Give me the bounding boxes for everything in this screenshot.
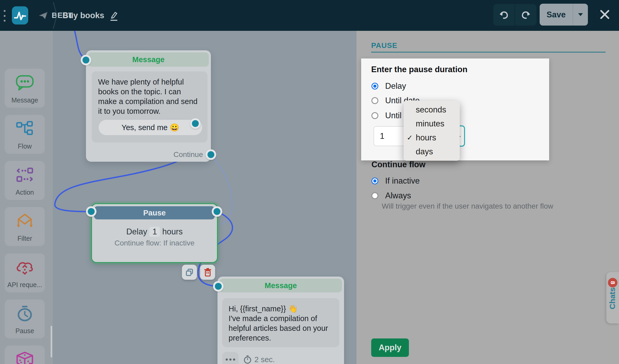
stopwatch-icon xyxy=(243,355,252,364)
chat-bubble-icon xyxy=(15,75,34,91)
pause-settings-panel: PAUSE Enter the pause duration Delay Unt… xyxy=(356,31,619,364)
radio-if-inactive[interactable] xyxy=(371,178,378,184)
sidebar-item-message[interactable]: Message xyxy=(5,69,45,108)
sidebar-item-label: API reque... xyxy=(7,281,42,289)
close-editor-button[interactable] xyxy=(598,8,611,21)
connector-in-message-top[interactable] xyxy=(81,55,91,65)
sidebar-scrollbar[interactable] xyxy=(51,326,52,357)
chats-tab[interactable]: 8 Chats xyxy=(606,272,619,323)
continue-output-label: Continue xyxy=(173,150,203,159)
sidebar-item-flow[interactable]: Flow xyxy=(5,115,45,154)
pulse-logo-icon xyxy=(14,10,26,21)
trash-icon xyxy=(204,268,212,277)
save-button[interactable]: Save xyxy=(540,4,573,26)
always-helper-text: Will trigger even if the user navigates … xyxy=(382,202,572,210)
apply-button[interactable]: Apply xyxy=(371,338,409,357)
node-message-bottom[interactable]: Message Hi, {{first_name}} 👋 I've made a… xyxy=(217,277,344,364)
dropdown-option-label: hours xyxy=(416,133,436,142)
radio-until-date[interactable] xyxy=(371,97,378,104)
message-line2: I've made a compilation of helpful artic… xyxy=(229,314,333,343)
copy-icon xyxy=(185,268,194,277)
radio-row-until-time[interactable]: Until t xyxy=(371,111,406,120)
top-bar: BEST Buy books xyxy=(0,0,619,31)
sidebar-item-label: Pause xyxy=(16,327,34,335)
api-cloud-icon xyxy=(15,259,35,276)
typing-indicator xyxy=(222,352,239,364)
node-message-bottom-header: Message xyxy=(220,279,342,292)
sidebar-item-label: Action xyxy=(16,189,34,196)
duplicate-node-button[interactable] xyxy=(182,265,197,280)
node-pause[interactable]: Pause Delay1hours Continue flow: If inac… xyxy=(91,203,218,263)
pause-subtitle: Continue flow: If inactive xyxy=(92,239,217,247)
dropdown-option-minutes[interactable]: minutes xyxy=(404,117,460,131)
delete-node-button[interactable] xyxy=(200,265,215,280)
radio-row-if-inactive[interactable]: If inactive xyxy=(371,176,420,186)
sidebar-item-random[interactable]: Random xyxy=(5,346,45,364)
chats-unread-badge: 8 xyxy=(608,278,617,287)
dropdown-option-hours[interactable]: ✓ hours xyxy=(404,131,460,145)
radio-row-always[interactable]: Always xyxy=(371,191,411,200)
breadcrumb-chevron-icon xyxy=(52,2,58,29)
flow-title-group: Buy books xyxy=(62,0,118,31)
radio-label[interactable]: If inactive xyxy=(385,176,420,186)
chats-tab-label: Chats xyxy=(608,287,617,309)
message-delay-badge: 2 sec. xyxy=(243,355,275,364)
panel-divider xyxy=(371,52,606,53)
blocks-sidebar: Message Flow Action xyxy=(0,31,53,364)
undo-icon xyxy=(499,10,509,19)
sidebar-item-label: Flow xyxy=(18,142,32,150)
panel-title: PAUSE xyxy=(371,41,397,50)
flow-title: Buy books xyxy=(62,11,104,20)
sidebar-item-api-request[interactable]: API reque... xyxy=(5,253,45,292)
connector-out-continue[interactable] xyxy=(206,149,216,160)
undo-button[interactable] xyxy=(493,4,515,26)
history-group xyxy=(493,4,536,26)
node-message-top[interactable]: Message We have plenty of helpful books … xyxy=(86,50,211,162)
redo-icon xyxy=(520,10,531,19)
node-pause-header: Pause xyxy=(94,206,215,219)
redo-button[interactable] xyxy=(515,4,536,26)
sidebar-item-action[interactable]: Action xyxy=(5,161,45,200)
sidebar-item-pause[interactable]: Pause xyxy=(5,299,45,338)
node-message-top-header: Message xyxy=(88,52,209,67)
card-heading: Enter the pause duration xyxy=(371,65,467,74)
connector-in-message-bottom[interactable] xyxy=(213,281,224,292)
radio-label[interactable]: Delay xyxy=(385,81,406,91)
continue-flow-heading: Continue flow xyxy=(371,160,425,169)
delay-prefix: Delay xyxy=(126,227,147,236)
radio-row-delay[interactable]: Delay xyxy=(371,81,406,91)
unit-dropdown-menu: seconds minutes ✓ hours days xyxy=(404,101,460,161)
delay-badge-text: 2 sec. xyxy=(254,355,275,364)
dropdown-option-seconds[interactable]: seconds xyxy=(404,103,460,117)
radio-until-time[interactable] xyxy=(371,112,378,119)
app-menu-kebab-icon[interactable] xyxy=(4,10,6,22)
caret-down-icon xyxy=(578,13,583,16)
dropdown-option-label: seconds xyxy=(416,105,446,115)
message-bubble: We have plenty of helpful books on the t… xyxy=(92,71,207,142)
filter-icon xyxy=(15,213,35,229)
telegram-plane-icon xyxy=(39,11,48,20)
radio-label[interactable]: Until t xyxy=(385,111,406,120)
connector-out-quick-reply[interactable] xyxy=(190,118,201,129)
flow-canvas[interactable]: Message We have plenty of helpful books … xyxy=(53,31,356,364)
action-icon xyxy=(15,167,34,183)
pause-delay-line: Delay1hours xyxy=(92,227,217,237)
edit-pencil-icon[interactable] xyxy=(108,11,118,21)
radio-label[interactable]: Always xyxy=(385,191,411,200)
sidebar-item-label: Filter xyxy=(17,235,32,242)
close-icon xyxy=(599,9,611,20)
delay-unit: hours xyxy=(162,227,183,236)
delay-value-chip: 1 xyxy=(149,227,160,237)
connector-in-pause[interactable] xyxy=(86,206,96,217)
duration-amount-input[interactable] xyxy=(374,126,407,146)
check-icon: ✓ xyxy=(407,134,413,142)
quick-reply-button[interactable]: Yes, send me 😀 xyxy=(99,120,202,135)
save-options-caret[interactable] xyxy=(573,4,588,26)
connector-out-pause[interactable] xyxy=(212,206,222,217)
radio-delay[interactable] xyxy=(371,83,378,90)
dropdown-option-days[interactable]: days xyxy=(404,145,460,159)
sidebar-item-filter[interactable]: Filter xyxy=(5,207,45,246)
radio-always[interactable] xyxy=(371,192,378,199)
app-logo[interactable] xyxy=(12,6,28,24)
sidebar-item-label: Message xyxy=(11,96,38,104)
